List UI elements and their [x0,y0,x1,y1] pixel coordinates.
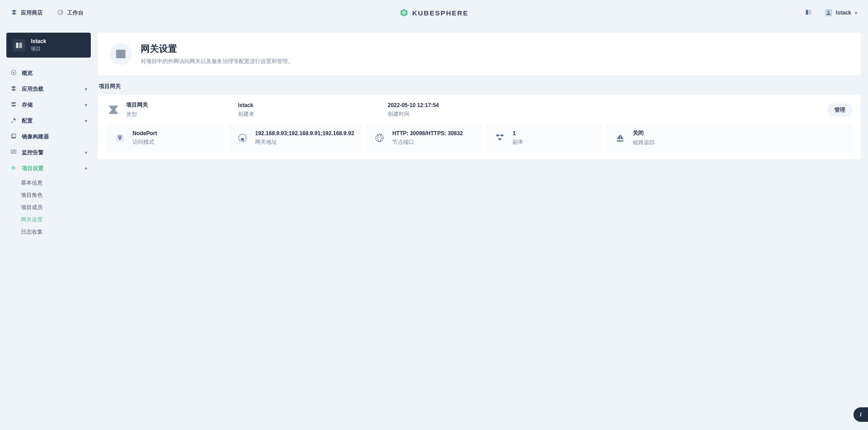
replicas-label: 副本 [513,138,523,146]
summary-type-label: 类型 [126,111,148,118]
sub-log-collection[interactable]: 日志收集 [18,226,91,238]
svg-point-7 [13,72,15,73]
sidebar-item-label: 项目设置 [22,165,44,172]
gateway-summary-row: 项目网关 类型 lstack 创建者 2022-05-10 12:17:54 [106,101,853,118]
hammer-icon [10,117,17,125]
page-desc: 对项目中的外网访问网关以及服务治理等配置进行设置和管理。 [141,58,293,65]
main: 网关设置 对项目中的外网访问网关以及服务治理等配置进行设置和管理。 项目网关 项… [98,33,861,159]
network-icon [373,132,386,144]
storage-icon [10,101,17,109]
gateway-details-row: NodePort 访问模式 192.168.9.93;192.168.9.91;… [106,124,853,152]
sidebar-item-label: 配置 [22,117,33,125]
sidebar-item-label: 概览 [22,69,33,77]
topbar: 应用商店 工作台 KUBESPHERE lstack ▾ [0,0,868,25]
svg-rect-4 [16,43,18,48]
svg-point-11 [12,135,13,136]
pin-icon [113,132,126,144]
detail-gateway-address: 192.168.9.93;192.168.9.91;192.168.9.92 网… [229,124,361,152]
sidebar-item-label: 镜像构建器 [22,133,49,141]
brand-text: KUBESPHERE [412,9,469,17]
user-name: lstack [836,10,851,16]
sub-project-roles[interactable]: 项目角色 [18,189,91,201]
page-header: 网关设置 对项目中的外网访问网关以及服务治理等配置进行设置和管理。 [98,33,861,75]
svg-rect-9 [11,105,15,107]
summary-created: 2022-05-10 12:17:54 创建时间 [388,102,510,118]
detail-tracing: 关闭 链路追踪 [607,124,853,152]
chevron-down-icon: ▾ [855,10,857,15]
section-label: 项目网关 [98,82,861,95]
overview-icon [10,69,17,77]
help-fab[interactable]: i [853,407,868,422]
gateway-address-label: 网关地址 [255,138,354,146]
monitor-icon [10,149,17,156]
chevron-down-icon: ▾ [85,103,87,108]
svg-rect-5 [19,43,22,48]
layers-icon [10,85,17,93]
replicas-value: 1 [513,130,523,137]
summary-creator-label: 创建者 [238,110,254,118]
summary-creator: lstack 创建者 [238,102,360,118]
svg-rect-12 [11,150,16,153]
sidebar-item-storage[interactable]: 存储 ▾ [6,98,91,112]
image-icon [10,133,17,141]
project-name: lstack [31,38,46,44]
sailboat-icon [614,132,626,144]
project-icon [13,39,25,52]
sidebar-item-monitoring[interactable]: 监控告警 ▾ [6,145,91,160]
project-settings-submenu: 基本信息 项目角色 项目成员 网关设置 日志收集 [6,177,91,238]
summary-created-value: 2022-05-10 12:17:54 [388,102,439,108]
detail-node-port: HTTP: 30098/HTTPS: 30832 节点端口 [366,124,482,152]
svg-rect-1 [806,10,808,15]
svg-rect-2 [809,10,811,15]
user-menu[interactable]: lstack ▾ [825,9,857,16]
access-mode-label: 访问模式 [133,138,157,146]
sidebar-item-label: 监控告警 [22,149,44,156]
sidebar-item-label: 存储 [22,101,33,109]
node-port-value: HTTP: 30098/HTTPS: 30832 [392,130,463,137]
svg-point-17 [376,134,384,142]
sidebar-item-config[interactable]: 配置 ▾ [6,113,91,128]
chevron-up-icon: ▾ [85,166,87,171]
nav-workbench-label: 工作台 [67,9,84,17]
help-icon: i [860,411,861,418]
manage-button[interactable]: 管理 [827,103,853,117]
tracing-label: 链路追踪 [633,139,655,147]
svg-point-3 [828,11,829,13]
docs-icon[interactable] [805,9,812,17]
project-card[interactable]: lstack 项目 [6,33,91,58]
summary-creator-value: lstack [238,102,254,108]
globe-icon [236,132,249,144]
sidebar-item-project-settings[interactable]: 项目设置 ▾ [6,161,91,176]
sub-project-members[interactable]: 项目成员 [18,201,91,214]
gateway-card: 项目网关 类型 lstack 创建者 2022-05-10 12:17:54 [98,95,861,159]
access-mode-value: NodePort [133,130,157,137]
topbar-right: lstack ▾ [805,9,857,17]
nav-workbench[interactable]: 工作台 [57,9,84,17]
summary-created-label: 创建时间 [388,110,439,118]
svg-point-15 [119,137,121,138]
sub-basic-info[interactable]: 基本信息 [18,177,91,189]
brand[interactable]: KUBESPHERE [399,8,469,17]
brand-logo-icon [399,8,409,17]
detail-replicas: 1 副本 [486,124,602,152]
layout: lstack 项目 概览 应用负载 ▾ 存储 ▾ [0,25,868,245]
gateway-icon [106,103,121,117]
chevron-down-icon: ▾ [85,150,87,155]
gateway-header-icon [110,43,132,65]
nav-app-store[interactable]: 应用商店 [11,9,43,17]
svg-point-18 [378,134,381,142]
sidebar-item-label: 应用负载 [22,85,44,93]
sub-gateway-settings[interactable]: 网关设置 [18,214,91,226]
summary-type: 项目网关 类型 [106,101,211,118]
avatar-icon [825,9,832,16]
sidebar-item-overview[interactable]: 概览 [6,66,91,81]
svg-rect-8 [11,102,15,104]
gear-icon [10,165,17,172]
tracing-value: 关闭 [633,129,655,137]
sidebar-item-workloads[interactable]: 应用负载 ▾ [6,82,91,97]
sidebar-item-image-builder[interactable]: 镜像构建器 [6,129,91,144]
page-title: 网关设置 [141,43,293,55]
cubes-icon [493,132,506,144]
layers-icon [11,9,17,17]
nav-app-store-label: 应用商店 [21,9,43,17]
